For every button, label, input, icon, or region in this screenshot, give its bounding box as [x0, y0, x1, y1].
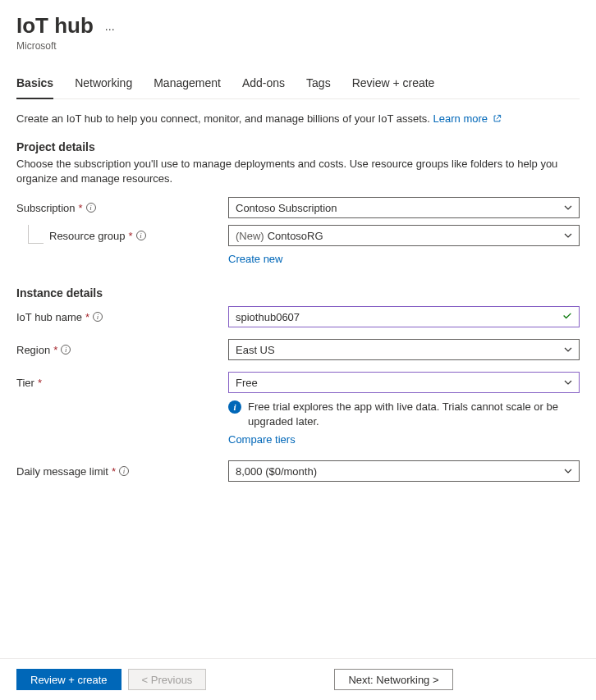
tab-tags[interactable]: Tags: [306, 76, 331, 99]
daily-message-limit-label-text: Daily message limit: [16, 465, 108, 478]
info-icon[interactable]: i: [136, 231, 146, 240]
region-select[interactable]: East US: [228, 339, 580, 360]
required-asterisk: *: [85, 311, 89, 323]
tab-basics[interactable]: Basics: [16, 76, 53, 99]
resource-group-select[interactable]: (New) ContosoRG: [228, 225, 580, 246]
tier-value: Free: [236, 377, 258, 389]
tab-review[interactable]: Review + create: [352, 76, 435, 99]
project-details-desc: Choose the subscription you'll use to ma…: [16, 157, 580, 185]
tab-management[interactable]: Management: [154, 76, 221, 99]
iothub-name-input[interactable]: [228, 306, 580, 327]
compare-tiers-link[interactable]: Compare tiers: [228, 433, 296, 446]
region-label-text: Region: [16, 344, 50, 356]
region-label: Region * i: [16, 344, 228, 356]
tier-info-text: Free trial explores the app with live da…: [248, 400, 580, 428]
required-asterisk: *: [79, 202, 83, 214]
required-asterisk: *: [112, 465, 116, 478]
wizard-footer: Review + create < Previous Next: Network…: [0, 658, 596, 700]
info-icon: i: [228, 400, 241, 414]
previous-button: < Previous: [128, 669, 207, 690]
resource-group-label: Resource group * i: [16, 230, 228, 242]
tab-networking[interactable]: Networking: [75, 76, 132, 99]
iothub-name-label-text: IoT hub name: [16, 311, 82, 323]
info-icon[interactable]: i: [93, 312, 103, 322]
tabs-bar: Basics Networking Management Add-ons Tag…: [16, 76, 580, 99]
next-button[interactable]: Next: Networking >: [334, 669, 452, 690]
intro-text: Create an IoT hub to help you connect, m…: [16, 112, 580, 126]
subscription-label: Subscription * i: [16, 202, 228, 214]
validation-check-icon: [562, 310, 573, 324]
daily-message-limit-label: Daily message limit * i: [16, 465, 228, 478]
instance-details-heading: Instance details: [16, 286, 580, 300]
required-asterisk: *: [53, 344, 57, 356]
resource-group-prefix: (New): [236, 230, 264, 242]
external-link-icon: [493, 113, 502, 126]
subscription-select[interactable]: Contoso Subscription: [228, 197, 580, 218]
tab-addons[interactable]: Add-ons: [242, 76, 285, 99]
learn-more-label: Learn more: [433, 112, 488, 125]
project-details-heading: Project details: [16, 140, 580, 153]
tier-label-text: Tier: [16, 377, 34, 389]
daily-message-limit-select[interactable]: 8,000 ($0/month): [228, 460, 580, 482]
intro-body: Create an IoT hub to help you connect, m…: [16, 112, 433, 125]
required-asterisk: *: [129, 230, 133, 242]
tier-label: Tier *: [16, 377, 228, 389]
resource-group-label-text: Resource group: [49, 230, 126, 242]
tier-select[interactable]: Free: [228, 372, 580, 393]
info-icon[interactable]: i: [119, 466, 129, 476]
daily-message-limit-value: 8,000 ($0/month): [236, 465, 317, 478]
region-value: East US: [236, 344, 275, 356]
more-icon[interactable]: ···: [105, 22, 115, 35]
resource-group-value: ContosoRG: [268, 230, 323, 242]
page-title: IoT hub: [16, 13, 94, 39]
publisher-label: Microsoft: [16, 40, 580, 52]
review-create-button[interactable]: Review + create: [16, 669, 121, 690]
info-icon[interactable]: i: [61, 345, 71, 355]
iothub-name-label: IoT hub name * i: [16, 311, 228, 323]
required-asterisk: *: [38, 377, 42, 389]
info-icon[interactable]: i: [86, 203, 96, 213]
subscription-value: Contoso Subscription: [236, 202, 337, 214]
subscription-label-text: Subscription: [16, 202, 76, 214]
learn-more-link[interactable]: Learn more: [433, 112, 502, 125]
create-new-rg-link[interactable]: Create new: [228, 253, 282, 265]
